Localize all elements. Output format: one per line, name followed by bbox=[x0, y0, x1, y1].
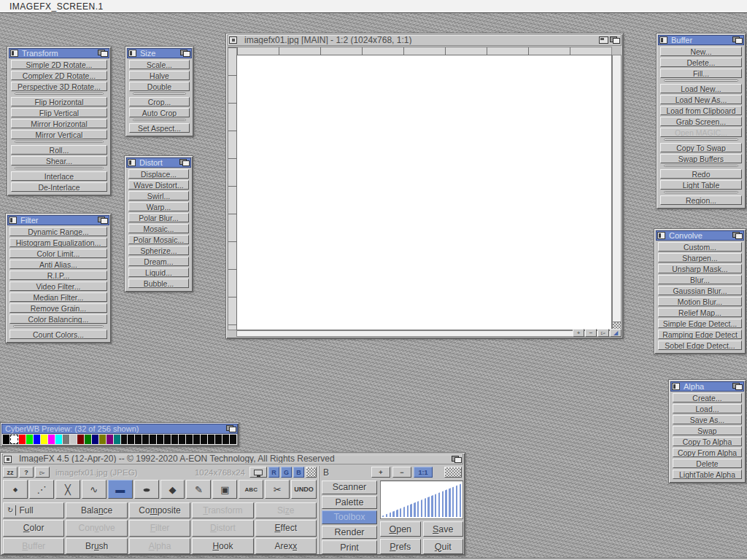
window-titlebar[interactable]: Alpha bbox=[670, 381, 744, 392]
color-swatch[interactable] bbox=[19, 435, 26, 444]
button-region[interactable]: Region... bbox=[660, 195, 742, 205]
button-balance[interactable]: Balance bbox=[66, 502, 127, 518]
button-r-i-p[interactable]: R.I.P... bbox=[9, 271, 107, 280]
color-swatch[interactable] bbox=[114, 435, 120, 444]
color-swatch[interactable] bbox=[171, 435, 178, 444]
color-swatch[interactable] bbox=[150, 435, 156, 444]
button-color[interactable]: Color bbox=[3, 520, 64, 536]
horizontal-scrollbar[interactable] bbox=[236, 330, 612, 337]
depth-gadget-icon[interactable] bbox=[226, 425, 236, 432]
button-hook[interactable]: Hook bbox=[192, 538, 253, 554]
button-double[interactable]: Double bbox=[129, 82, 190, 91]
button-color-balancing[interactable]: Color Balancing... bbox=[9, 314, 107, 324]
button-flip-vertical[interactable]: Flip Vertical bbox=[11, 108, 107, 117]
close-gadget-icon[interactable] bbox=[229, 36, 237, 44]
button-lighttable-alpha[interactable]: LightTable Alpha bbox=[673, 470, 742, 479]
button-copy-to-swap[interactable]: Copy To Swap bbox=[660, 143, 742, 152]
button-new[interactable]: New... bbox=[660, 47, 742, 56]
button-simple-2d-rotate[interactable]: Simple 2D Rotate... bbox=[11, 60, 107, 69]
text-tool[interactable]: ABC bbox=[239, 480, 263, 499]
color-swatch[interactable] bbox=[99, 435, 106, 444]
box-tool[interactable]: ▬ bbox=[108, 480, 133, 499]
button-palette[interactable]: Palette bbox=[322, 496, 377, 510]
button-brush[interactable]: Brush bbox=[66, 538, 127, 554]
close-gadget-icon[interactable] bbox=[128, 50, 136, 57]
button-unsharp-mask[interactable]: Unsharp Mask... bbox=[658, 264, 742, 273]
color-swatch[interactable] bbox=[3, 435, 9, 444]
button-motion-blur[interactable]: Motion Blur... bbox=[658, 297, 742, 306]
button-swirl[interactable]: Swirl... bbox=[128, 191, 189, 201]
ramp-view-icon[interactable]: ◢ bbox=[610, 329, 622, 337]
button-complex-2d-rotate[interactable]: Complex 2D Rotate... bbox=[11, 71, 107, 80]
button-effect[interactable]: Effect bbox=[255, 520, 317, 536]
color-swatch[interactable] bbox=[193, 435, 200, 444]
button-relief-map[interactable]: Relief Map... bbox=[658, 308, 742, 317]
button-displace[interactable]: Displace... bbox=[128, 169, 189, 179]
button-gaussian-blur[interactable]: Gaussian Blur... bbox=[658, 286, 742, 295]
button-dream[interactable]: Dream... bbox=[128, 257, 189, 266]
button-save[interactable]: Save bbox=[423, 521, 464, 537]
button-simple-edge-detect[interactable]: Simple Edge Detect... bbox=[658, 319, 742, 328]
color-swatch[interactable] bbox=[230, 435, 236, 444]
zoom-in-button[interactable]: + bbox=[573, 329, 584, 337]
button-mosaic[interactable]: Mosaic... bbox=[128, 224, 189, 233]
button-liquid[interactable]: Liquid... bbox=[128, 268, 189, 277]
button-roll[interactable]: Roll... bbox=[11, 145, 107, 155]
pan-button[interactable]: ▻ bbox=[597, 329, 609, 337]
color-swatch[interactable] bbox=[70, 435, 77, 444]
zoom-out-button[interactable]: − bbox=[392, 467, 411, 478]
button-render[interactable]: Render bbox=[322, 526, 377, 540]
color-swatch[interactable] bbox=[85, 435, 91, 444]
button-polar-blur[interactable]: Polar Blur... bbox=[128, 213, 189, 222]
line-tool[interactable]: ╳ bbox=[55, 480, 80, 499]
color-swatch[interactable] bbox=[92, 435, 98, 444]
button-light-table[interactable]: Light Table bbox=[660, 180, 742, 190]
depth-gadget-icon[interactable] bbox=[98, 50, 108, 57]
button-sobel-edge-detect[interactable]: Sobel Edge Detect... bbox=[658, 341, 742, 350]
toolbar-titlebar[interactable]: ImageFX 4.5 (12-Apr-20) -- © 1992-2020 A… bbox=[2, 454, 463, 464]
depth-gadget-icon[interactable] bbox=[180, 50, 190, 57]
window-titlebar[interactable]: Transform bbox=[9, 48, 109, 58]
color-swatch[interactable] bbox=[142, 435, 149, 444]
point-tool[interactable]: ◆ bbox=[3, 480, 28, 499]
button-auto-crop[interactable]: Auto Crop bbox=[129, 108, 190, 117]
button-prefs[interactable]: Prefs bbox=[380, 539, 421, 554]
color-swatch[interactable] bbox=[201, 435, 207, 444]
button-custom[interactable]: Custom... bbox=[658, 242, 742, 252]
close-gadget-icon[interactable] bbox=[659, 36, 667, 44]
window-titlebar[interactable]: Size bbox=[127, 48, 192, 58]
color-swatch[interactable] bbox=[41, 435, 47, 444]
red-channel-button[interactable]: R bbox=[268, 467, 279, 478]
close-gadget-icon[interactable] bbox=[4, 456, 12, 463]
color-swatch[interactable] bbox=[135, 435, 142, 444]
button-mirror-vertical[interactable]: Mirror Vertical bbox=[11, 130, 107, 139]
color-swatch[interactable] bbox=[215, 435, 222, 444]
color-swatch[interactable] bbox=[48, 435, 55, 444]
button-polar-mosaic[interactable]: Polar Mosaic... bbox=[128, 235, 189, 244]
button-median-filter[interactable]: Median Filter... bbox=[9, 292, 107, 302]
button-histogram-equalization[interactable]: Histogram Equalization... bbox=[9, 238, 107, 247]
clipboard-tool[interactable]: ▣ bbox=[212, 480, 237, 499]
color-swatch[interactable] bbox=[179, 435, 185, 444]
close-gadget-icon[interactable] bbox=[128, 159, 136, 166]
button-load-new-as[interactable]: Load New As... bbox=[660, 95, 742, 104]
button-crop[interactable]: Crop... bbox=[129, 97, 190, 106]
color-swatch[interactable] bbox=[26, 435, 33, 444]
color-swatch[interactable] bbox=[128, 435, 134, 444]
color-swatch[interactable] bbox=[55, 435, 62, 444]
draw-polygon-tool[interactable]: ✎ bbox=[186, 480, 211, 499]
button-flip-horizontal[interactable]: Flip Horizontal bbox=[11, 97, 107, 106]
button-load-from-clipboard[interactable]: Load from Clipboard bbox=[660, 106, 742, 115]
depth-gadget-icon[interactable] bbox=[98, 217, 108, 224]
polygon-tool[interactable]: ◆ bbox=[160, 480, 185, 499]
button-wave-distort[interactable]: Wave Distort... bbox=[128, 180, 189, 190]
button-delete[interactable]: Delete bbox=[673, 459, 742, 468]
sleep-button[interactable]: zz bbox=[3, 467, 18, 478]
color-swatch[interactable] bbox=[107, 435, 113, 444]
color-swatch[interactable] bbox=[186, 435, 193, 444]
dither-preview-icon[interactable] bbox=[444, 467, 462, 478]
zoom-in-button[interactable]: + bbox=[371, 467, 390, 478]
button-warp[interactable]: Warp... bbox=[128, 202, 189, 211]
close-gadget-icon[interactable] bbox=[657, 232, 665, 239]
button-full[interactable]: ↻Full bbox=[3, 502, 64, 518]
